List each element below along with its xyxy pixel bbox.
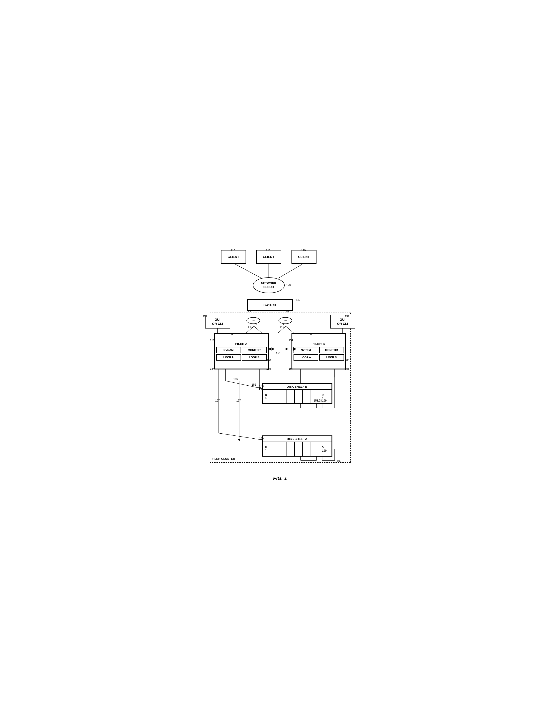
filer-b-nvram: NVRAM	[293, 347, 318, 353]
dots-left: ···	[247, 317, 260, 324]
disk-a-6	[303, 442, 311, 456]
client-3-box: CLIENT	[291, 250, 316, 264]
diagram: FILER CLUSTER 100 CLIENT 110 CLIENT 110 …	[196, 249, 364, 472]
ref-150b: 150	[307, 333, 312, 336]
filer-b-box: FILER B NVRAM MONITOR LOOP A LOOP B	[291, 333, 346, 369]
disk-shelf-b-title: DISK SHELF B	[263, 384, 331, 390]
ref-152a: 152	[203, 315, 207, 318]
ref-120: 120	[286, 283, 291, 287]
disk-a-5	[295, 442, 303, 456]
disk-b-5	[295, 390, 303, 403]
ref-130b: 130	[284, 310, 289, 313]
disk-a-4	[286, 442, 295, 456]
client-2-label: CLIENT	[263, 255, 275, 259]
ref-153: 153	[276, 352, 280, 355]
disk-a-3	[278, 442, 286, 456]
network-cloud-label: NETWORK CLOUD	[261, 281, 276, 289]
dots-right: ···	[279, 317, 292, 324]
disk-shelf-a-title: DISK SHELF A	[263, 436, 331, 442]
ref-157a: 157	[215, 399, 220, 402]
ref-130a: 130	[248, 310, 253, 313]
disk-b-4	[286, 390, 295, 403]
ref-151b: 151	[289, 339, 293, 342]
disk-b-2	[270, 390, 278, 403]
ref-140b: 140	[280, 325, 284, 329]
ref-154b: 154	[289, 367, 293, 370]
ref-110b: 110	[266, 249, 271, 252]
page-container: FILER CLUSTER 100 CLIENT 110 CLIENT 110 …	[192, 242, 369, 486]
gui-cli-right: GUI OR CLI	[330, 315, 355, 329]
filer-a-title: FILER A	[216, 342, 267, 346]
ref-110a: 110	[231, 249, 235, 252]
filer-b-title: FILER B	[293, 342, 344, 346]
ref-100: 100	[337, 459, 341, 463]
ref-156a: 156	[234, 377, 238, 381]
ref-154a: 154	[210, 367, 215, 370]
svg-line-2	[278, 263, 304, 278]
client-1-label: CLIENT	[228, 255, 239, 259]
ref-158b: 158	[317, 399, 322, 402]
interconnect-arrow	[269, 347, 296, 351]
filer-a-monitor: MONITOR	[242, 347, 267, 353]
filer-a-loop-b: LOOP B	[242, 354, 267, 361]
disk-a-d1: D 1	[263, 442, 270, 456]
ref-160b: 160	[259, 437, 264, 440]
ref-159b: 159	[322, 449, 327, 452]
fig-label: FIG. 1	[196, 475, 364, 481]
ref-151a: 151	[210, 339, 215, 342]
client-1-box: CLIENT	[221, 250, 246, 264]
filer-b-loop-b: LOOP B	[319, 354, 344, 361]
gui-cli-right-label: GUI OR CLI	[337, 318, 348, 326]
ref-135: 135	[295, 298, 300, 302]
ref-140a: 140	[248, 325, 253, 329]
gui-cli-left: GUI OR CLI	[205, 315, 230, 329]
filer-b-loop-a: LOOP A	[293, 354, 318, 361]
client-3-label: CLIENT	[298, 255, 310, 259]
ref-156b: 156	[252, 383, 256, 386]
ref-155b: 155	[345, 367, 349, 370]
disk-b-3	[278, 390, 286, 403]
ref-152b: 152	[345, 315, 349, 318]
network-cloud: NETWORK CLOUD	[253, 277, 284, 293]
ref-110c: 110	[301, 249, 306, 252]
ref-155a: 155	[267, 367, 271, 370]
client-2-box: CLIENT	[256, 250, 281, 264]
disk-a-2	[270, 442, 278, 456]
switch-box: SWITCH	[247, 299, 292, 311]
ref-159a: 159	[322, 399, 327, 402]
filer-a-loop-a: LOOP A	[216, 354, 241, 361]
ref-400b: 400	[345, 359, 349, 362]
disk-b-6	[303, 390, 311, 403]
disk-a-dn: D n	[319, 442, 326, 456]
disk-shelf-a: DISK SHELF A D 1 D n	[262, 435, 332, 457]
filer-b-monitor: MONITOR	[319, 347, 344, 353]
gui-cli-left-label: GUI OR CLI	[212, 318, 223, 326]
filer-cluster-label: FILER CLUSTER	[212, 457, 235, 460]
filer-a-nvram: NVRAM	[216, 347, 241, 353]
ref-160a: 160	[259, 385, 264, 388]
ref-400a: 400	[267, 359, 271, 362]
switch-label: SWITCH	[264, 303, 276, 307]
disk-b-d1: D 1	[263, 390, 270, 403]
ref-150a: 150	[228, 333, 233, 336]
disk-a-7	[311, 442, 319, 456]
filer-a-box: FILER A NVRAM MONITOR LOOP A LOOP B	[214, 333, 269, 369]
ref-157b: 157	[237, 399, 241, 402]
svg-line-0	[234, 263, 262, 278]
